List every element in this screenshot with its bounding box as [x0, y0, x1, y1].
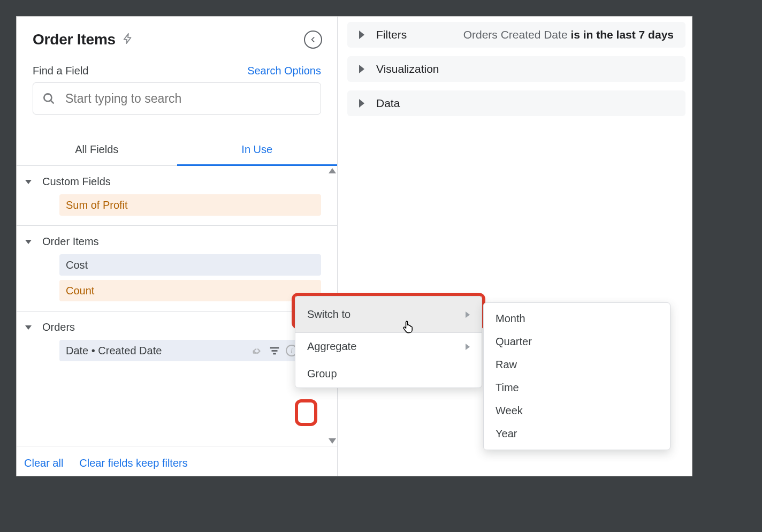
field-picker-footer: Clear all Clear fields keep filters [17, 446, 337, 476]
filter-icon[interactable] [269, 345, 280, 356]
field-created-date[interactable]: Date • Created Date i [59, 340, 321, 361]
find-field-row: Find a Field Search Options [17, 51, 337, 82]
menu-item-group[interactable]: Group [295, 360, 482, 387]
scroll-down-arrow-icon[interactable] [329, 438, 336, 444]
field-search-input[interactable] [64, 91, 312, 107]
submenu-label: Year [496, 428, 517, 440]
caret-down-icon [25, 180, 32, 184]
expand-arrow-icon [359, 99, 364, 108]
panel-header: Order Items [17, 17, 337, 51]
field-label: Sum of Profit [66, 199, 128, 211]
search-options-link[interactable]: Search Options [247, 65, 321, 77]
submenu-item-raw[interactable]: Raw [484, 353, 670, 376]
run-icon[interactable] [122, 33, 134, 48]
visualization-panel-header[interactable]: Visualization [347, 56, 685, 82]
submenu-label: Week [496, 405, 523, 417]
find-field-label: Find a Field [33, 65, 89, 77]
submenu-item-week[interactable]: Week [484, 399, 670, 422]
scroll-up-arrow-icon[interactable] [329, 168, 336, 173]
filters-panel-header[interactable]: Filters Orders Created Date is in the la… [347, 22, 685, 48]
data-panel-header[interactable]: Data [347, 90, 685, 116]
search-input-wrapper[interactable] [33, 82, 321, 115]
field-cost[interactable]: Cost [59, 254, 321, 276]
submenu-label: Month [496, 313, 525, 325]
submenu-arrow-icon [466, 311, 470, 318]
menu-item-switch-to[interactable]: Switch to [295, 297, 482, 332]
svg-rect-1 [270, 347, 279, 349]
tab-all-fields[interactable]: All Fields [17, 136, 177, 165]
menu-item-label: Aggregate [307, 340, 356, 353]
submenu-label: Quarter [496, 336, 532, 348]
menu-item-label: Switch to [307, 308, 350, 321]
switch-to-submenu: Month Quarter Raw Time Week Year [483, 302, 670, 450]
group-title: Orders [42, 321, 75, 333]
expand-arrow-icon [359, 31, 364, 39]
panel-label: Data [376, 97, 400, 110]
caret-down-icon [25, 240, 32, 244]
svg-rect-2 [272, 350, 278, 352]
filters-summary: Orders Created Date is in the last 7 day… [463, 28, 674, 41]
submenu-label: Time [496, 382, 519, 394]
submenu-item-quarter[interactable]: Quarter [484, 330, 670, 353]
group-order-items: Order Items Cost Count [17, 226, 337, 311]
field-label: Cost [66, 259, 88, 271]
caret-down-icon [25, 325, 32, 330]
submenu-label: Raw [496, 359, 517, 371]
group-title: Order Items [42, 235, 99, 248]
group-custom-fields: Custom Fields Sum of Profit [17, 166, 337, 226]
group-header-order-items[interactable]: Order Items [17, 235, 337, 254]
clear-all-link[interactable]: Clear all [24, 457, 63, 469]
search-icon [42, 92, 56, 105]
submenu-item-time[interactable]: Time [484, 376, 670, 399]
group-header-orders[interactable]: Orders [17, 321, 337, 340]
field-sum-of-profit[interactable]: Sum of Profit [59, 194, 321, 216]
group-orders: Orders Date • Created Date i [17, 311, 337, 371]
field-context-menu: Switch to Aggregate Group [295, 296, 482, 388]
explore-title: Order Items [33, 31, 116, 48]
submenu-item-year[interactable]: Year [484, 422, 670, 445]
field-count[interactable]: Count [59, 280, 321, 301]
tab-in-use[interactable]: In Use [177, 136, 338, 166]
collapse-panel-button[interactable] [304, 31, 322, 49]
pivot-icon[interactable] [252, 345, 263, 356]
app-window: Order Items Find a Field Search Options … [16, 16, 692, 476]
expand-arrow-icon [359, 65, 364, 73]
menu-item-aggregate[interactable]: Aggregate [295, 333, 482, 360]
field-label: Count [66, 285, 94, 297]
clear-fields-keep-filters-link[interactable]: Clear fields keep filters [79, 457, 187, 469]
field-tabs: All Fields In Use [17, 136, 337, 166]
field-picker-panel: Order Items Find a Field Search Options … [17, 17, 338, 476]
field-label: Date • Created Date [66, 345, 162, 357]
submenu-item-month[interactable]: Month [484, 307, 670, 330]
panel-label: Visualization [376, 63, 439, 75]
group-title: Custom Fields [42, 176, 111, 188]
submenu-arrow-icon [466, 344, 470, 350]
menu-item-label: Group [307, 368, 337, 380]
filters-summary-bold: is in the last 7 days [570, 28, 674, 41]
svg-rect-3 [273, 353, 276, 355]
filters-summary-text: Orders Created Date [463, 28, 571, 41]
group-header-custom[interactable]: Custom Fields [17, 176, 337, 194]
fields-list: Custom Fields Sum of Profit Order Items … [17, 166, 337, 446]
panel-label: Filters [376, 28, 407, 41]
